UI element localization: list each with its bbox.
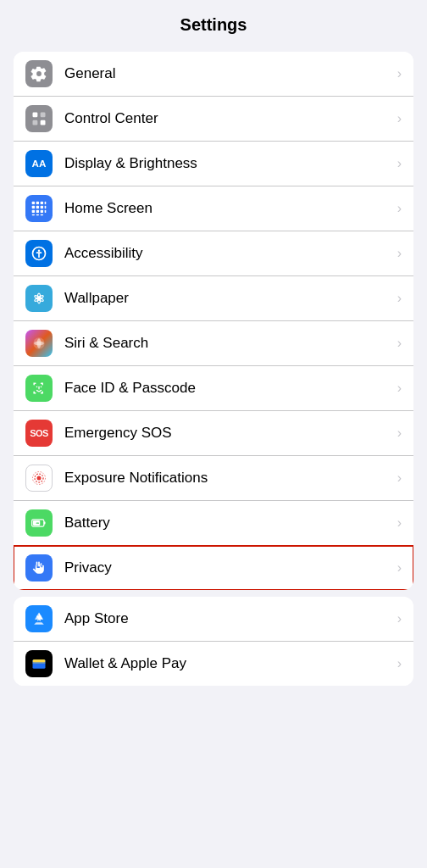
battery-chevron: › xyxy=(397,515,402,531)
svg-rect-19 xyxy=(41,214,43,216)
svg-rect-41 xyxy=(33,662,46,663)
svg-text:AA: AA xyxy=(32,158,47,169)
privacy-chevron: › xyxy=(397,560,402,576)
svg-rect-11 xyxy=(41,206,43,209)
control-center-label: Control Center xyxy=(64,110,394,127)
sos-text: SOS xyxy=(30,428,48,438)
display-brightness-chevron: › xyxy=(397,156,402,171)
emergency-sos-icon: SOS xyxy=(25,420,53,447)
wallpaper-icon xyxy=(25,285,53,312)
general-label: General xyxy=(64,65,394,82)
control-center-chevron: › xyxy=(397,111,402,126)
svg-rect-16 xyxy=(45,210,47,213)
svg-rect-12 xyxy=(45,206,47,209)
display-brightness-icon: AA xyxy=(25,150,53,177)
svg-rect-9 xyxy=(32,206,35,209)
svg-rect-0 xyxy=(33,113,38,118)
battery-icon xyxy=(25,509,53,537)
svg-rect-1 xyxy=(41,113,46,118)
wallet-chevron: › xyxy=(397,656,402,671)
general-chevron: › xyxy=(397,66,402,81)
svg-rect-10 xyxy=(36,206,39,209)
exposure-icon xyxy=(25,465,53,492)
svg-rect-3 xyxy=(41,120,46,125)
settings-row-general[interactable]: General › xyxy=(14,52,413,97)
settings-group-1: General › Control Center › AA Display & … xyxy=(14,52,413,590)
page-header: Settings xyxy=(0,0,427,45)
home-screen-label: Home Screen xyxy=(64,200,394,217)
home-screen-icon xyxy=(25,195,53,222)
wallet-icon xyxy=(25,650,53,677)
siri-chevron: › xyxy=(397,336,402,351)
svg-rect-14 xyxy=(36,210,39,213)
display-brightness-label: Display & Brightness xyxy=(64,155,394,172)
svg-point-31 xyxy=(37,476,42,481)
app-store-chevron: › xyxy=(397,611,402,626)
face-id-label: Face ID & Passcode xyxy=(64,380,394,397)
svg-rect-6 xyxy=(36,202,39,204)
privacy-icon xyxy=(25,554,53,581)
privacy-label: Privacy xyxy=(64,559,394,576)
svg-rect-15 xyxy=(41,210,43,213)
settings-row-emergency-sos[interactable]: SOS Emergency SOS › xyxy=(14,411,413,456)
siri-icon xyxy=(25,330,53,357)
settings-row-display-brightness[interactable]: AA Display & Brightness › xyxy=(14,142,413,186)
settings-row-privacy[interactable]: Privacy › xyxy=(14,546,413,590)
face-id-chevron: › xyxy=(397,381,402,396)
svg-rect-8 xyxy=(45,202,47,204)
accessibility-label: Accessibility xyxy=(64,245,394,262)
svg-rect-17 xyxy=(32,214,35,216)
svg-point-30 xyxy=(41,387,42,388)
settings-row-accessibility[interactable]: Accessibility › xyxy=(14,231,413,276)
emergency-sos-label: Emergency SOS xyxy=(64,425,394,442)
svg-rect-35 xyxy=(44,521,46,524)
svg-rect-2 xyxy=(33,120,38,125)
app-store-label: App Store xyxy=(64,610,394,627)
face-id-icon xyxy=(25,375,53,402)
home-screen-chevron: › xyxy=(397,201,402,216)
svg-rect-18 xyxy=(36,214,39,216)
svg-point-28 xyxy=(34,342,44,346)
settings-row-exposure[interactable]: Exposure Notifications › xyxy=(14,456,413,501)
settings-row-wallet[interactable]: Wallet & Apple Pay › xyxy=(14,642,413,686)
exposure-chevron: › xyxy=(397,470,402,486)
general-icon xyxy=(25,60,53,87)
settings-row-home-screen[interactable]: Home Screen › xyxy=(14,186,413,231)
svg-rect-37 xyxy=(36,523,39,524)
app-store-icon xyxy=(25,605,53,632)
svg-rect-7 xyxy=(41,202,43,204)
emergency-sos-chevron: › xyxy=(397,426,402,441)
svg-rect-13 xyxy=(32,210,35,213)
settings-row-siri[interactable]: Siri & Search › xyxy=(14,321,413,366)
settings-row-face-id[interactable]: Face ID & Passcode › xyxy=(14,366,413,411)
page-title: Settings xyxy=(14,15,413,35)
siri-label: Siri & Search xyxy=(64,335,394,352)
svg-rect-5 xyxy=(32,202,35,204)
wallpaper-chevron: › xyxy=(397,291,402,306)
wallet-label: Wallet & Apple Pay xyxy=(64,655,394,672)
settings-row-battery[interactable]: Battery › xyxy=(14,501,413,546)
wallpaper-label: Wallpaper xyxy=(64,290,394,307)
exposure-label: Exposure Notifications xyxy=(64,470,394,487)
settings-row-wallpaper[interactable]: Wallpaper › xyxy=(14,276,413,321)
settings-group-2: App Store › Wallet & Apple Pay › xyxy=(14,597,413,686)
accessibility-icon xyxy=(25,240,53,267)
battery-label: Battery xyxy=(64,515,394,531)
svg-rect-39 xyxy=(33,659,46,662)
svg-point-21 xyxy=(38,249,41,252)
settings-row-app-store[interactable]: App Store › xyxy=(14,597,413,642)
accessibility-chevron: › xyxy=(397,246,402,261)
control-center-icon xyxy=(25,105,53,132)
settings-row-control-center[interactable]: Control Center › xyxy=(14,97,413,142)
svg-point-29 xyxy=(36,387,38,388)
